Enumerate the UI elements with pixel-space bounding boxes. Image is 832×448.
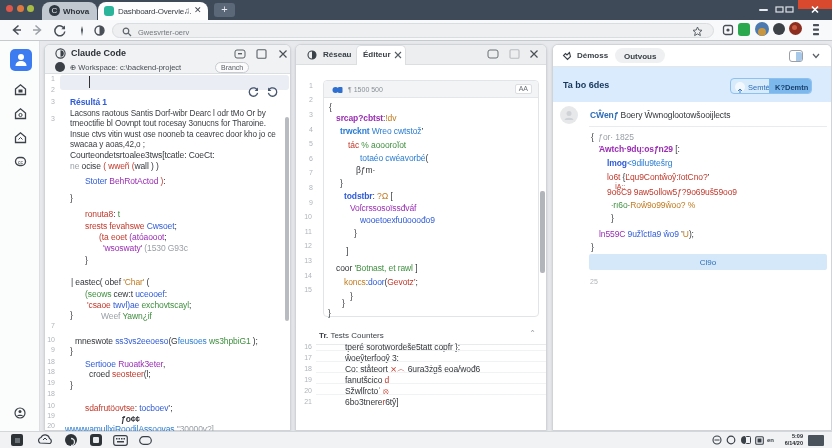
svg-text:cc: cc bbox=[18, 159, 24, 165]
